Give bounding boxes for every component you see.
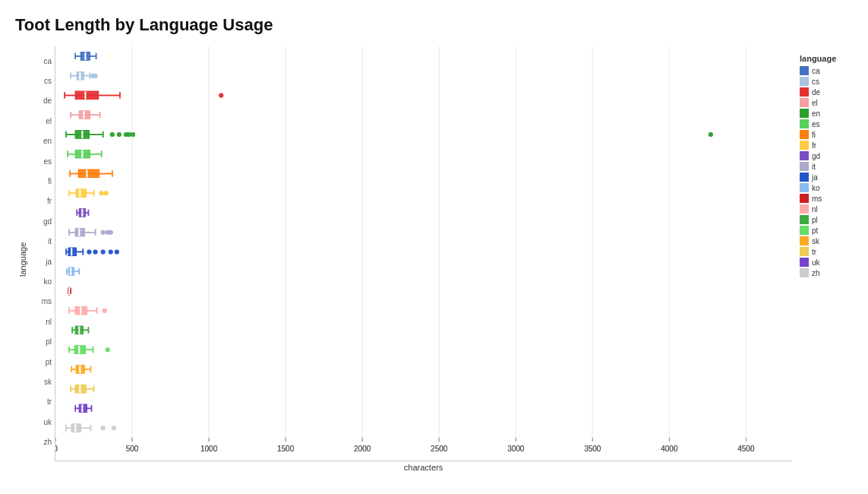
svg-point-198 [219, 93, 223, 97]
legend-item-ko: ko [800, 183, 820, 192]
svg-text:3500: 3500 [584, 445, 601, 453]
legend-item-en: en [800, 109, 820, 118]
legend-swatch [800, 98, 809, 107]
legend-swatch [800, 215, 809, 224]
legend-item-ja: ja [800, 173, 818, 182]
y-tick-en: en [32, 135, 55, 148]
y-tick-nl: nl [32, 315, 55, 328]
svg-point-244 [109, 230, 113, 235]
legend-label: ko [812, 184, 820, 192]
legend-item-cs: cs [800, 77, 819, 86]
svg-rect-295 [79, 404, 87, 412]
legend-label: fi [812, 131, 816, 139]
svg-point-230 [99, 191, 104, 195]
chart-container: Toot Length by Language Usage language c… [0, 0, 868, 494]
y-tick-cs: cs [32, 74, 55, 87]
legend-swatch [800, 66, 809, 75]
y-tick-uk: uk [32, 415, 55, 429]
svg-rect-300 [71, 424, 80, 432]
svg-point-270 [103, 309, 107, 313]
legend-swatch [800, 87, 809, 97]
legend-label: it [812, 163, 816, 171]
legend-item-ca: ca [800, 66, 820, 75]
legend-container: language cacsdeelenesfifrgditjakomsnlplp… [792, 46, 853, 472]
svg-text:2000: 2000 [354, 445, 371, 453]
svg-text:500: 500 [126, 445, 139, 453]
svg-rect-279 [74, 346, 85, 353]
legend-label: zh [812, 269, 820, 277]
svg-point-214 [709, 132, 713, 137]
y-tick-pt: pt [32, 355, 55, 369]
y-tick-fi: fi [32, 174, 55, 188]
svg-point-302 [101, 426, 106, 430]
svg-rect-240 [75, 228, 84, 236]
x-axis-title: characters [55, 463, 792, 472]
legend-item-es: es [800, 119, 820, 128]
legend-item-ms: ms [800, 194, 822, 203]
svg-rect-202 [79, 111, 90, 119]
legend-label: tr [812, 248, 816, 256]
legend-item-nl: nl [800, 204, 818, 214]
legend-label: uk [812, 258, 820, 267]
svg-rect-196 [75, 91, 98, 99]
legend-swatch [800, 183, 809, 192]
legend-item-de: de [800, 87, 820, 97]
legend-label: fr [812, 141, 816, 150]
y-tick-ja: ja [32, 255, 55, 268]
chart-title: Toot Length by Language Usage [15, 15, 853, 35]
y-axis-ticks: cacsdeelenesfifrgditjakomsnlplptsktrukzh [32, 46, 55, 472]
svg-text:1500: 1500 [277, 445, 295, 453]
svg-point-252 [101, 249, 106, 254]
svg-text:4500: 4500 [737, 445, 755, 453]
svg-point-303 [112, 426, 116, 430]
svg-text:3000: 3000 [507, 445, 525, 453]
legend-swatch [800, 236, 809, 245]
boxplot-svg: 050010001500200025003000350040004500 [55, 46, 792, 461]
svg-point-209 [110, 132, 115, 137]
svg-point-251 [93, 249, 98, 254]
svg-point-242 [101, 230, 106, 235]
y-tick-de: de [32, 94, 55, 108]
svg-rect-228 [76, 189, 86, 197]
plot-and-legend: 0500100015002000250030003500400045000500… [55, 46, 853, 472]
legend-label: ms [812, 195, 822, 203]
legend-label: el [812, 99, 818, 107]
svg-point-250 [87, 249, 91, 254]
svg-point-254 [115, 249, 119, 254]
legend-swatch [800, 119, 809, 128]
legend-label: sk [812, 237, 819, 245]
legend-label: en [812, 109, 820, 118]
legend-swatch [800, 258, 809, 267]
legend-label: ja [812, 173, 818, 182]
plot-area: 0500100015002000250030003500400045000500… [55, 46, 792, 461]
legend-item-fr: fr [800, 141, 816, 150]
svg-point-253 [109, 249, 113, 254]
legend-swatch [800, 268, 809, 277]
legend-item-it: it [800, 162, 816, 171]
y-tick-ko: ko [32, 274, 55, 288]
legend-swatch [800, 247, 809, 256]
legend-swatch [800, 194, 809, 203]
legend-label: pt [812, 226, 818, 235]
legend-label: nl [812, 205, 818, 214]
legend-swatch [800, 109, 809, 118]
y-tick-sk: sk [32, 375, 55, 389]
svg-point-213 [131, 132, 135, 137]
legend-swatch [800, 141, 809, 150]
legend-label: pl [812, 216, 818, 224]
y-tick-tr: tr [32, 395, 55, 409]
legend-item-el: el [800, 98, 818, 107]
legend-swatch [800, 130, 809, 139]
y-tick-ca: ca [32, 54, 55, 68]
legend-swatch [800, 204, 809, 214]
legend-item-pl: pl [800, 215, 818, 224]
legend-item-uk: uk [800, 258, 820, 267]
svg-text:2500: 2500 [431, 445, 448, 453]
legend-label: es [812, 120, 820, 128]
y-tick-fr: fr [32, 195, 55, 208]
legend-swatch [800, 151, 809, 160]
legend-swatch [800, 77, 809, 86]
legend-label: gd [812, 152, 820, 160]
legend-item-pt: pt [800, 226, 818, 235]
y-tick-es: es [32, 154, 55, 168]
